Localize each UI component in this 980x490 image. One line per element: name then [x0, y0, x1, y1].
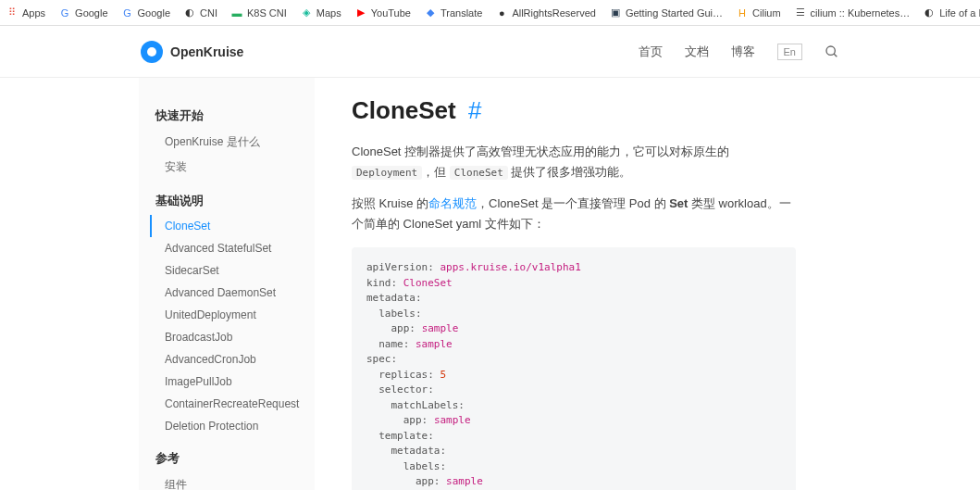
main-content: CloneSet # CloneSet 控制器提供了高效管理无状态应用的能力，它…: [315, 78, 833, 490]
bookmark-item[interactable]: GGoogle: [121, 6, 170, 19]
bookmark-label: Cilium: [752, 7, 781, 19]
sidebar-item[interactable]: Advanced StatefulSet: [150, 237, 315, 259]
nav-docs[interactable]: 文档: [685, 44, 709, 60]
bookmark-icon: ◐: [923, 6, 936, 19]
search-icon[interactable]: [825, 44, 839, 59]
title-text: CloneSet: [352, 96, 456, 124]
bookmark-item[interactable]: ▣Getting Started Gui…: [609, 6, 723, 19]
bookmark-item[interactable]: ⠿Apps: [6, 6, 45, 19]
lang-switch[interactable]: En: [777, 44, 802, 60]
bookmark-label: Google: [75, 7, 107, 19]
code-deployment: Deployment: [352, 166, 422, 180]
logo[interactable]: OpenKruise: [141, 41, 243, 63]
code-cloneset: CloneSet: [450, 166, 508, 180]
svg-point-0: [826, 46, 835, 55]
sidebar-item[interactable]: ImagePullJob: [150, 371, 315, 393]
bookmark-icon: ▶: [354, 6, 367, 19]
sidebar-item[interactable]: 组件: [150, 472, 315, 490]
yaml-codeblock: apiVersion: apps.kruise.io/v1alpha1 kind…: [352, 247, 796, 490]
logo-icon: [141, 41, 163, 63]
sidebar-section-reference: 参考: [150, 450, 315, 467]
naming-link[interactable]: 命名规范: [428, 196, 477, 210]
bookmark-item[interactable]: ◐CNI: [183, 6, 217, 19]
bookmark-icon: ▬: [230, 6, 243, 19]
sidebar-item[interactable]: AdvancedCronJob: [150, 348, 315, 371]
sidebar-item[interactable]: SidecarSet: [150, 259, 315, 282]
bookmark-item[interactable]: ◐Life of a Packet in C…: [923, 6, 980, 19]
bookmark-label: Life of a Packet in C…: [939, 7, 980, 19]
intro-p2: 按照 Kruise 的命名规范，CloneSet 是一个直接管理 Pod 的 S…: [352, 194, 796, 234]
svg-line-1: [834, 54, 837, 57]
site-header: OpenKruise 首页 文档 博客 En: [0, 26, 980, 78]
bookmark-label: K8S CNI: [247, 7, 287, 19]
bookmark-icon: ◐: [183, 6, 196, 19]
intro-p1: CloneSet 控制器提供了高效管理无状态应用的能力，它可以对标原生的 Dep…: [352, 142, 796, 182]
bookmark-item[interactable]: ◆Translate: [424, 6, 482, 19]
sidebar-item[interactable]: OpenKruise 是什么: [150, 130, 315, 155]
bookmark-item[interactable]: ☰cilium :: Kubernetes…: [794, 6, 911, 19]
sidebar: 快速开始 OpenKruise 是什么安装 基础说明 CloneSetAdvan…: [139, 78, 315, 490]
bookmark-icon: ☰: [794, 6, 807, 19]
bookmark-label: cilium :: Kubernetes…: [811, 7, 911, 19]
bookmark-label: AllRightsReserved: [512, 7, 595, 19]
bookmark-item[interactable]: ●AllRightsReserved: [495, 6, 595, 19]
title-anchor[interactable]: #: [468, 96, 481, 124]
sidebar-section-basics: 基础说明: [150, 193, 315, 209]
sidebar-item[interactable]: Deletion Protection: [150, 415, 315, 437]
sidebar-item[interactable]: UnitedDeployment: [150, 304, 315, 326]
bookmark-item[interactable]: ▬K8S CNI: [230, 6, 287, 19]
bookmark-item[interactable]: ◈Maps: [300, 6, 341, 19]
bookmark-label: Maps: [316, 7, 341, 19]
bookmark-icon: H: [736, 6, 749, 19]
bookmark-label: Google: [138, 7, 170, 19]
bookmark-label: Translate: [440, 7, 482, 19]
sidebar-item[interactable]: CloneSet: [150, 215, 315, 237]
bookmark-icon: ●: [495, 6, 508, 19]
nav-blog[interactable]: 博客: [731, 44, 755, 60]
bookmark-icon: ◆: [424, 6, 437, 19]
bookmark-item[interactable]: ▶YouTube: [354, 6, 411, 19]
sidebar-item[interactable]: Advanced DaemonSet: [150, 282, 315, 304]
bookmark-icon: G: [58, 6, 71, 19]
nav-home[interactable]: 首页: [639, 44, 663, 60]
brand-text: OpenKruise: [170, 44, 243, 59]
bookmark-label: Getting Started Gui…: [626, 7, 723, 19]
bookmark-label: YouTube: [371, 7, 411, 19]
sidebar-item[interactable]: 安装: [150, 155, 315, 180]
bookmark-icon: ⠿: [6, 6, 19, 19]
sidebar-item[interactable]: BroadcastJob: [150, 326, 315, 348]
sidebar-item[interactable]: ContainerRecreateRequest: [150, 393, 315, 415]
bookmark-icon: G: [121, 6, 134, 19]
bookmark-label: CNI: [200, 7, 217, 19]
bookmark-icon: ◈: [300, 6, 313, 19]
top-nav: 首页 文档 博客 En: [639, 44, 839, 60]
bookmark-item[interactable]: HCilium: [736, 6, 781, 19]
sidebar-section-quickstart: 快速开始: [150, 107, 315, 124]
page-title: CloneSet #: [352, 96, 796, 125]
bookmarks-bar: ⠿AppsGGoogleGGoogle◐CNI▬K8S CNI◈Maps▶You…: [0, 0, 980, 26]
bookmark-icon: ▣: [609, 6, 622, 19]
bookmark-label: Apps: [22, 7, 45, 19]
bookmark-item[interactable]: GGoogle: [58, 6, 107, 19]
